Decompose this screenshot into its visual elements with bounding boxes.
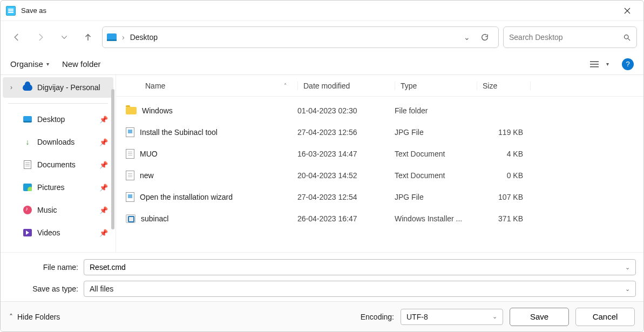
column-name-label: Name	[145, 82, 165, 90]
file-name: new	[140, 171, 154, 180]
desktop-icon	[107, 33, 117, 41]
new-folder-button[interactable]: New folder	[62, 59, 101, 69]
file-icon	[126, 127, 134, 137]
sidebar-item-downloads[interactable]: ↓ Downloads 📌	[3, 132, 113, 152]
pin-icon: 📌	[99, 184, 108, 192]
file-type: Text Document	[395, 150, 477, 158]
organise-button[interactable]: Organise ▾	[10, 59, 49, 69]
notepad-icon	[6, 6, 16, 16]
filename-combo[interactable]: ⌄	[84, 259, 636, 275]
recent-dropdown[interactable]	[55, 28, 74, 47]
file-row[interactable]: new20-04-2023 14:52Text Document0 KB	[126, 165, 643, 186]
search-input[interactable]	[509, 33, 619, 42]
file-icon	[126, 214, 135, 223]
column-size[interactable]: Size	[477, 82, 531, 90]
file-row[interactable]: Windows01-04-2023 02:30File folder	[126, 100, 643, 121]
dropdown-caret-icon[interactable]: ⌄	[625, 286, 630, 293]
svg-point-0	[625, 35, 629, 39]
column-date[interactable]: Date modified	[297, 82, 395, 90]
file-row[interactable]: subinacl26-04-2023 16:47Windows Installe…	[126, 208, 643, 229]
videos-icon	[23, 229, 32, 236]
save-button[interactable]: Save	[510, 308, 569, 326]
filename-label: File name:	[8, 263, 78, 272]
file-date: 27-04-2023 12:54	[297, 193, 395, 201]
chevron-up-icon: ˄	[9, 313, 13, 321]
dropdown-caret-icon[interactable]: ⌄	[625, 264, 630, 271]
sidebar-item-pictures[interactable]: Pictures 📌	[3, 177, 113, 198]
sidebar-item-label: Downloads	[37, 138, 74, 146]
search-box[interactable]	[503, 26, 637, 48]
file-type: Text Document	[395, 171, 477, 180]
pin-icon: 📌	[99, 161, 108, 169]
encoding-select[interactable]: UTF-8 ⌄	[401, 309, 503, 325]
file-name: MUO	[140, 150, 158, 158]
chevron-right-icon: ›	[10, 84, 18, 91]
footer: ˄ Hide Folders Encoding: UTF-8 ⌄ Save Ca…	[1, 301, 643, 331]
file-type: JPG File	[395, 128, 477, 137]
file-row[interactable]: Install the Subinacl tool27-04-2023 12:5…	[126, 121, 643, 143]
tree-onedrive-label: Digvijay - Personal	[37, 83, 100, 92]
nav-row: › Desktop ⌄	[1, 21, 643, 53]
encoding-value: UTF-8	[406, 313, 428, 321]
address-bar[interactable]: › Desktop ⌄	[102, 26, 499, 48]
address-dropdown-icon[interactable]: ⌄	[464, 33, 470, 42]
savetype-value: All files	[90, 284, 113, 293]
column-name[interactable]: Name ˄	[126, 82, 297, 90]
help-button[interactable]: ?	[622, 58, 634, 70]
dropdown-caret-icon: ⌄	[492, 313, 497, 320]
hide-folders-button[interactable]: ˄ Hide Folders	[9, 313, 60, 321]
savetype-label: Save as type:	[8, 284, 78, 293]
refresh-button[interactable]	[476, 33, 494, 42]
breadcrumb-location[interactable]: Desktop	[130, 33, 158, 42]
file-date: 01-04-2023 02:30	[297, 106, 395, 115]
back-button[interactable]	[7, 28, 26, 47]
sidebar-item-documents[interactable]: Documents 📌	[3, 154, 113, 175]
file-icon	[126, 192, 134, 202]
file-icon	[126, 171, 134, 180]
file-type: Windows Installer ...	[395, 214, 477, 223]
desktop-icon	[23, 116, 32, 123]
file-name: subinacl	[141, 214, 168, 223]
title-bar: Save as	[1, 1, 643, 21]
file-row[interactable]: MUO16-03-2023 14:47Text Document4 KB	[126, 143, 643, 165]
close-button[interactable]	[616, 3, 638, 19]
tree-onedrive[interactable]: › Digvijay - Personal	[3, 77, 113, 98]
save-fields: File name: ⌄ Save as type: All files ⌄	[1, 252, 643, 301]
file-name: Install the Subinacl tool	[140, 128, 218, 137]
file-icon	[126, 107, 137, 114]
file-list: Name ˄ Date modified Type Size Windows01…	[116, 75, 643, 252]
sidebar-scrollbar[interactable]	[110, 86, 116, 252]
file-size: 0 KB	[477, 171, 531, 180]
file-row[interactable]: Open the installation wizard27-04-2023 1…	[126, 186, 643, 208]
new-folder-label: New folder	[62, 59, 101, 69]
file-date: 20-04-2023 14:52	[297, 171, 395, 180]
sidebar-item-label: Videos	[37, 228, 60, 237]
filename-input[interactable]	[90, 263, 625, 272]
sort-indicator-icon: ˄	[284, 83, 287, 89]
divider	[8, 103, 108, 104]
downloads-icon: ↓	[22, 138, 33, 146]
file-size: 371 KB	[477, 214, 531, 223]
organise-label: Organise	[10, 59, 43, 69]
column-type[interactable]: Type	[395, 82, 477, 90]
documents-icon	[24, 160, 31, 169]
column-headers: Name ˄ Date modified Type Size	[116, 75, 643, 97]
breadcrumb-separator-icon: ›	[122, 33, 125, 42]
sidebar-item-desktop[interactable]: Desktop 📌	[3, 109, 113, 130]
savetype-combo[interactable]: All files ⌄	[84, 281, 636, 297]
file-name: Open the installation wizard	[140, 193, 233, 201]
search-icon	[623, 33, 631, 42]
sidebar-item-label: Documents	[37, 160, 76, 169]
window-title: Save as	[21, 6, 46, 15]
file-name: Windows	[142, 106, 173, 115]
view-options-button[interactable]: ▾	[590, 60, 609, 68]
sidebar-item-music[interactable]: Music 📌	[3, 200, 113, 220]
sidebar-item-videos[interactable]: Videos 📌	[3, 222, 113, 243]
up-button[interactable]	[78, 28, 98, 47]
file-date: 27-04-2023 12:56	[297, 128, 395, 137]
cancel-button[interactable]: Cancel	[575, 308, 635, 326]
forward-button[interactable]	[31, 28, 50, 47]
file-size: 4 KB	[477, 150, 531, 158]
sidebar-item-label: Music	[37, 206, 57, 214]
file-date: 16-03-2023 14:47	[297, 150, 395, 158]
